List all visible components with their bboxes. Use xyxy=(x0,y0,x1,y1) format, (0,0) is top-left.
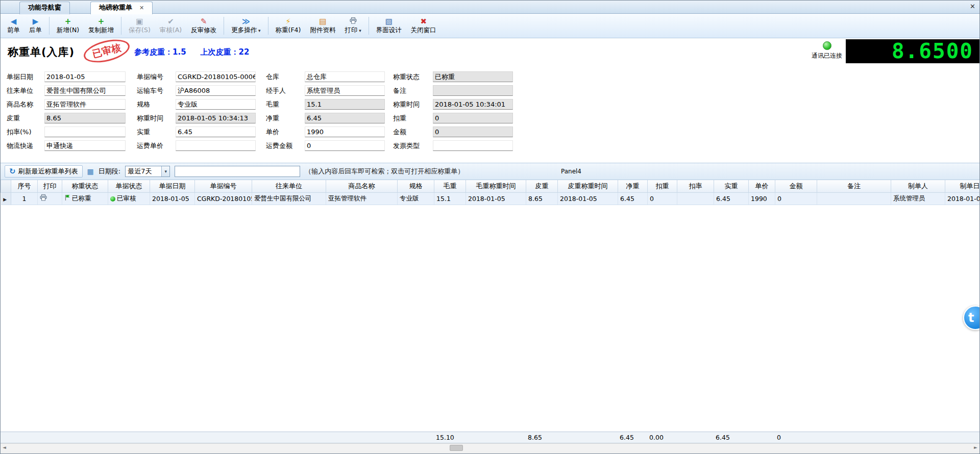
summary-kl xyxy=(677,432,714,443)
invoice-type-field[interactable] xyxy=(433,140,513,151)
grid-header-dj[interactable]: 单价 xyxy=(749,180,775,192)
handler-field[interactable]: 系统管理员 xyxy=(305,85,385,96)
cell-dy[interactable] xyxy=(38,192,62,205)
cell-text: 2018-01-05 xyxy=(152,195,189,203)
grid-header-sz[interactable]: 实重 xyxy=(714,180,749,192)
toolbar-button-weigh[interactable]: ⚡称重(F4) xyxy=(271,14,306,37)
cell-pzsj[interactable]: 2018-01-05 xyxy=(558,192,618,205)
grid-header-gg[interactable]: 规格 xyxy=(398,180,434,192)
grid-row[interactable]: ▶1已称重已审核2018-01-05CGRKD-20180105-0006爱普生… xyxy=(1,192,980,205)
cell-zdrq[interactable]: 2018-01-05 xyxy=(945,192,980,205)
toolbar-separator xyxy=(121,17,121,35)
ui-design-icon: ▧ xyxy=(385,17,393,26)
scroll-right-icon[interactable]: ► xyxy=(974,445,977,450)
grid-header-djrq[interactable]: 单据日期 xyxy=(150,180,195,192)
doc-date-field[interactable]: 2018-01-05 xyxy=(44,71,126,82)
cell-wldw[interactable]: 爱普生中国有限公司 xyxy=(252,192,326,205)
printer-icon xyxy=(40,194,47,203)
customer-field[interactable]: 爱普生中国有限公司 xyxy=(44,85,126,96)
tab-weighbridge[interactable]: 地磅称重单✕ xyxy=(90,2,153,14)
logistics-field[interactable]: 申通快递 xyxy=(44,140,126,151)
grid-header-kl[interactable]: 扣率 xyxy=(677,180,714,192)
cell-czzt[interactable]: 已称重 xyxy=(62,192,108,205)
refresh-list-button[interactable]: ↻刷新最近称重单列表 xyxy=(5,165,83,178)
grid-header-kz[interactable]: 扣重 xyxy=(648,180,677,192)
cell-text: 1990 xyxy=(751,195,767,203)
close-window-icon: ✖ xyxy=(421,17,427,26)
grid-header-mz[interactable]: 毛重 xyxy=(434,180,466,192)
cell-zdr[interactable]: 系统管理员 xyxy=(891,192,945,205)
cell-text: 1 xyxy=(22,195,27,203)
tab-close-icon[interactable]: ✕ xyxy=(139,5,144,11)
grid-header-wldw[interactable]: 往来单位 xyxy=(252,180,326,192)
scrollbar-thumb[interactable] xyxy=(450,445,463,451)
unit-price-field[interactable]: 1990 xyxy=(305,127,385,137)
spec-field[interactable]: 专业版 xyxy=(176,99,256,110)
grid-header-zdrq[interactable]: 制单日期 xyxy=(945,180,980,192)
product-name-field[interactable]: 亚拓管理软件 xyxy=(44,99,126,110)
cell-xh[interactable]: 1 xyxy=(11,192,38,205)
toolbar-button-unaudit[interactable]: ✎反审修改 xyxy=(186,14,221,37)
grid-header-djzt[interactable]: 单据状态 xyxy=(108,180,150,192)
chevron-down-icon[interactable]: ▾ xyxy=(161,166,169,176)
deduct-rate-field[interactable] xyxy=(44,127,126,137)
doc-number-field[interactable]: CGRKD-20180105-0006 xyxy=(176,71,256,82)
cell-je[interactable]: 0 xyxy=(775,192,817,205)
grid-header-dy[interactable]: 打印 xyxy=(38,180,62,192)
cell-bz[interactable] xyxy=(817,192,891,205)
cell-text: 2018-01-05 xyxy=(560,195,597,203)
toolbar-button-close-window[interactable]: ✖关闭窗口 xyxy=(406,14,441,37)
toolbar-button-copy-new[interactable]: +复制新增 xyxy=(84,14,118,37)
tab-bar: 功能导航窗 地磅称重单✕ ✕ xyxy=(1,1,979,14)
grid-header-djbh[interactable]: 单据编号 xyxy=(195,180,252,192)
toolbar-button-next-doc[interactable]: ▶后单 xyxy=(24,14,46,37)
toolbar-button-new[interactable]: +新增(N) xyxy=(52,14,84,37)
grid-header-pz[interactable]: 皮重 xyxy=(526,180,558,192)
cell-mzsj[interactable]: 2018-01-05 xyxy=(466,192,526,205)
search-input[interactable] xyxy=(175,166,300,177)
cell-text: 8.65 xyxy=(528,195,543,203)
cell-djrq[interactable]: 2018-01-05 xyxy=(150,192,195,205)
freight-amount-field[interactable]: 0 xyxy=(305,140,385,151)
cell-gg[interactable]: 专业版 xyxy=(398,192,434,205)
grid-header-je[interactable]: 金额 xyxy=(775,180,817,192)
toolbar-button-attachments[interactable]: ▤附件资料 xyxy=(305,14,340,37)
grid-header-spmc[interactable]: 商品名称 xyxy=(326,180,398,192)
cell-djbh[interactable]: CGRKD-20180105-0006 xyxy=(195,192,252,205)
cell-mz[interactable]: 15.1 xyxy=(434,192,466,205)
cell-kz[interactable]: 0 xyxy=(648,192,677,205)
window-close-icon[interactable]: ✕ xyxy=(970,3,975,10)
toolbar-button-more-actions[interactable]: ≫更多操作 ▾ xyxy=(227,14,265,37)
cell-text: 6.45 xyxy=(716,195,730,203)
grid-header-xh[interactable]: 序号 xyxy=(11,180,38,192)
toolbar-button-prev-doc[interactable]: ◀前单 xyxy=(3,14,24,37)
cell-pz[interactable]: 8.65 xyxy=(526,192,558,205)
grid-header-czzt[interactable]: 称重状态 xyxy=(62,180,108,192)
actual-weight-field[interactable]: 6.45 xyxy=(176,127,256,137)
grid-header-pzsj[interactable]: 皮重称重时间 xyxy=(558,180,618,192)
grid-header-bz[interactable]: 备注 xyxy=(817,180,891,192)
cell-djzt[interactable]: 已审核 xyxy=(108,192,150,205)
cell-text: 2018-01-05 xyxy=(468,195,505,203)
cell-ind[interactable]: ▶ xyxy=(1,192,11,205)
cell-text: 已称重 xyxy=(72,194,91,202)
toolbar-button-print[interactable]: 打印 ▾ xyxy=(340,14,365,37)
freight-price-field[interactable] xyxy=(176,140,256,151)
grid-header-jz[interactable]: 净重 xyxy=(618,180,648,192)
horizontal-scrollbar[interactable]: ◄ ► xyxy=(1,443,979,451)
scroll-left-icon[interactable]: ◄ xyxy=(3,445,6,450)
summary-wldw xyxy=(252,432,326,443)
cell-sz[interactable]: 6.45 xyxy=(714,192,749,205)
cell-spmc[interactable]: 亚拓管理软件 xyxy=(326,192,398,205)
cell-kl[interactable] xyxy=(677,192,714,205)
cell-jz[interactable]: 6.45 xyxy=(618,192,648,205)
warehouse-field[interactable]: 总仓库 xyxy=(305,71,385,82)
grid-header-mzsj[interactable]: 毛重称重时间 xyxy=(466,180,526,192)
grid-header-zdr[interactable]: 制单人 xyxy=(891,180,945,192)
cell-dj[interactable]: 1990 xyxy=(749,192,775,205)
date-range-select[interactable]: 最近7天 ▾ xyxy=(125,166,170,177)
tab-function-nav[interactable]: 功能导航窗 xyxy=(19,2,70,14)
freight-amount-label: 运费金额 xyxy=(256,141,305,150)
toolbar-button-ui-design[interactable]: ▧界面设计 xyxy=(372,14,406,37)
truck-no-field[interactable]: 沪A86008 xyxy=(176,85,256,96)
